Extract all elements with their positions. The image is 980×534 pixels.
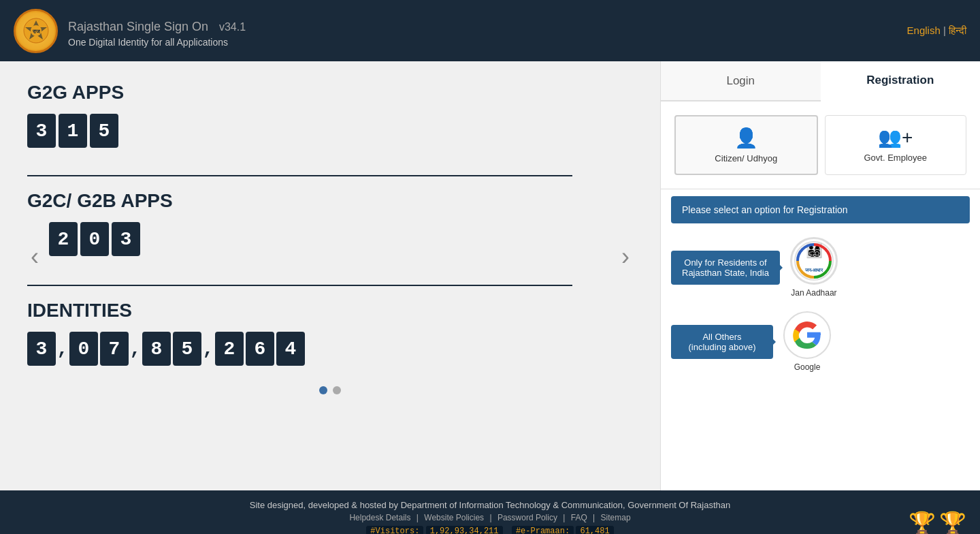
prev-arrow[interactable]: ‹ — [27, 242, 42, 271]
divider-2 — [27, 285, 572, 286]
footer-designed-text: Site designed, developed & hosted by Dep… — [14, 500, 966, 510]
id-comma-1: , — [58, 332, 67, 366]
g2g-title: G2G APPS — [27, 82, 633, 104]
svg-text:जन-आधार: जन-आधार — [804, 268, 823, 272]
svg-text:राज: राज — [31, 29, 40, 35]
carousel-content: 2 0 3 — [49, 222, 611, 270]
lang-english[interactable]: English — [907, 25, 941, 36]
id-digit-4: 4 — [276, 332, 305, 366]
jan-aadhaar-name: Jan Aadhaar — [791, 288, 836, 298]
reg-options: 👤 Citizen/ Udhyog 👥+ Govt. Employee — [661, 101, 980, 189]
trophy-icon-1: 🏆 — [909, 510, 936, 534]
reg-notice: Please select an option for Registration — [671, 196, 970, 223]
footer-sitemap[interactable]: Sitemap — [601, 513, 631, 522]
google-method: All Others (including above) Google — [671, 311, 970, 372]
google-label-line1: All Others — [682, 332, 762, 342]
id-digit-7: 7 — [100, 332, 129, 366]
tab-login[interactable]: Login — [661, 61, 821, 100]
lang-separator: | — [943, 25, 949, 36]
site-footer: Site designed, developed & hosted by Dep… — [0, 490, 980, 534]
footer-helpdesk[interactable]: Helpdesk Details — [349, 513, 410, 522]
trophy-icon-2: 🏆 — [939, 510, 966, 534]
google-option[interactable]: Google — [783, 311, 831, 372]
jan-label-line2: Rajasthan State, India — [682, 268, 769, 278]
header-brand: राज Rajasthan Single Sign On v34.1 One D… — [14, 9, 246, 53]
digit-2: 2 — [49, 222, 78, 256]
tab-registration[interactable]: Registration — [821, 61, 981, 101]
divider-1 — [27, 175, 572, 176]
epramaan-count: 61,481 — [576, 526, 613, 534]
footer-website-policies[interactable]: Website Policies — [424, 513, 484, 522]
govt-icon: 👥+ — [878, 126, 913, 148]
id-comma-3: , — [203, 332, 213, 366]
trophy-icons: 🏆 🏆 — [909, 510, 966, 534]
visitors-count: 1,92,93,34,211 — [426, 526, 503, 534]
digit-3b: 3 — [112, 222, 140, 256]
id-comma-2: , — [131, 332, 140, 366]
next-arrow[interactable]: › — [618, 242, 633, 271]
g2c-counter: 2 0 3 — [49, 222, 140, 256]
jan-aadhaar-logo: 👨‍👩‍👧‍👦 जन-आधार — [790, 237, 838, 285]
carousel: ‹ 2 0 3 › — [27, 222, 633, 271]
citizen-icon: 👤 — [734, 127, 758, 149]
g2c-title: G2C/ G2B APPS — [27, 190, 633, 212]
id-digit-2: 2 — [215, 332, 244, 366]
jan-aadhaar-method: Only for Residents of Rajasthan State, I… — [671, 237, 970, 298]
jan-aadhaar-label[interactable]: Only for Residents of Rajasthan State, I… — [671, 251, 780, 285]
right-panel: Login Registration 👤 Citizen/ Udhyog 👥+ … — [660, 61, 980, 490]
footer-password-policy[interactable]: Password Policy — [497, 513, 557, 522]
lang-hindi[interactable]: हिन्दी — [949, 25, 966, 36]
dot-2[interactable] — [333, 386, 341, 394]
digit-5: 5 — [90, 114, 118, 148]
id-digit-0: 0 — [69, 332, 98, 366]
footer-links: Helpdesk Details | Website Policies | Pa… — [14, 513, 966, 522]
id-digit-6: 6 — [246, 332, 274, 366]
g2g-counter: 3 1 5 — [27, 114, 118, 148]
id-digit-5: 5 — [173, 332, 201, 366]
id-digit-8: 8 — [142, 332, 171, 366]
google-label[interactable]: All Others (including above) — [671, 325, 773, 359]
language-switcher[interactable]: English | हिन्दी — [907, 25, 966, 37]
identities-title: IDENTITIES — [27, 300, 633, 321]
g2c-section: G2C/ G2B APPS ‹ 2 0 3 › — [27, 190, 633, 271]
main-container: G2G APPS 3 1 5 G2C/ G2B APPS ‹ 2 0 3 — [0, 61, 980, 490]
tab-bar: Login Registration — [661, 61, 980, 101]
footer-faq[interactable]: FAQ — [571, 513, 587, 522]
google-label-line2: (including above) — [682, 342, 762, 352]
govt-label: Govt. Employee — [864, 153, 928, 163]
carousel-dots — [27, 379, 633, 408]
id-digit-3: 3 — [27, 332, 56, 366]
jan-label-line1: Only for Residents of — [682, 257, 769, 268]
google-name: Google — [794, 362, 821, 372]
left-panel: G2G APPS 3 1 5 G2C/ G2B APPS ‹ 2 0 3 — [0, 61, 660, 490]
reg-govt-option[interactable]: 👥+ Govt. Employee — [825, 115, 967, 175]
g2g-section: G2G APPS 3 1 5 — [27, 82, 633, 161]
site-title: Rajasthan Single Sign On v34.1 One Digit… — [68, 14, 246, 48]
google-logo — [783, 311, 831, 359]
digit-3: 3 — [27, 114, 56, 148]
citizen-label: Citizen/ Udhyog — [715, 153, 777, 163]
footer-stats: #Visitors: 1,92,93,34,211 #e-Pramaan: 61… — [14, 526, 966, 534]
epramaan-label: #e-Pramaan: — [512, 526, 574, 534]
digit-0: 0 — [80, 222, 109, 256]
logo: राज — [14, 9, 58, 53]
jan-aadhaar-option[interactable]: 👨‍👩‍👧‍👦 जन-आधार Jan Aadhaar — [790, 237, 838, 298]
identities-counter: 3 , 0 7 , 8 5 , 2 6 4 — [27, 332, 305, 366]
digit-1: 1 — [59, 114, 87, 148]
identities-section: IDENTITIES 3 , 0 7 , 8 5 , 2 6 4 — [27, 300, 633, 379]
visitors-label: #Visitors: — [366, 526, 423, 534]
reg-citizen-option[interactable]: 👤 Citizen/ Udhyog — [674, 115, 818, 175]
dot-1[interactable] — [319, 386, 327, 394]
logo-inner: राज — [17, 12, 54, 50]
title-main: Rajasthan Single Sign On v34.1 — [68, 14, 246, 35]
site-header: राज Rajasthan Single Sign On v34.1 One D… — [0, 0, 980, 61]
